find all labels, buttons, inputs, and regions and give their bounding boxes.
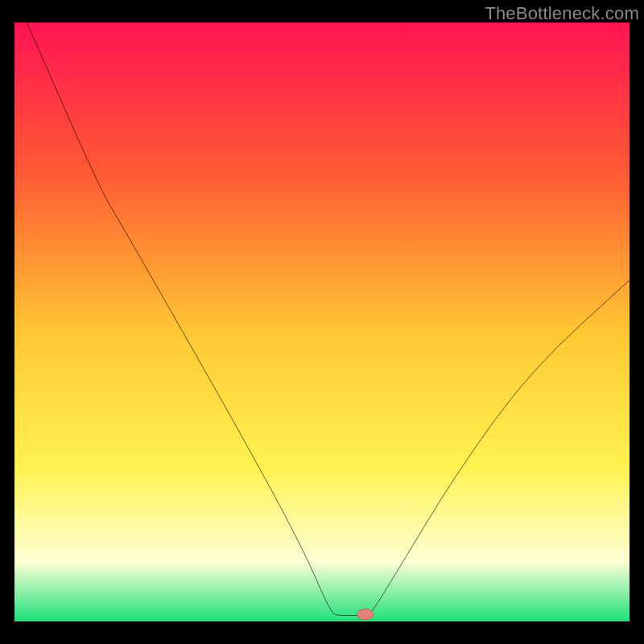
bottleneck-chart <box>14 23 630 621</box>
chart-container: TheBottleneck.com <box>0 0 644 644</box>
gradient-background <box>14 23 630 621</box>
min-marker <box>357 609 374 619</box>
watermark-text: TheBottleneck.com <box>485 3 639 24</box>
